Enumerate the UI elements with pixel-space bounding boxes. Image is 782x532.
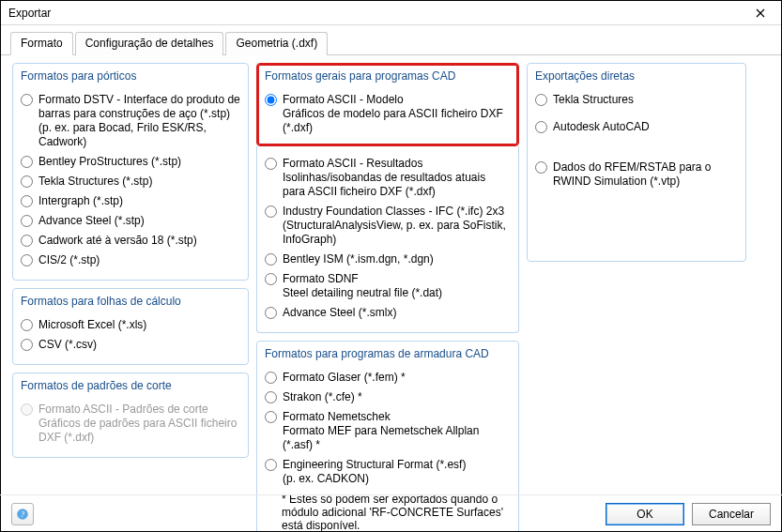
radio[interactable] [265,253,277,266]
tab-bar: Formato Configuração de detalhes Geometr… [1,25,781,55]
radio[interactable] [265,307,277,319]
group-title: Formatos gerais para programas CAD [265,69,511,86]
radio[interactable] [535,94,547,106]
option-esf[interactable]: Engineering Structural Format (*.esf) (p… [265,455,511,489]
cancel-button[interactable]: Cancelar [692,503,771,525]
group-title: Formatos de padrões de corte [21,379,240,396]
option-cis2[interactable]: CIS/2 (*.stp) [21,251,240,270]
title-bar: Exportar [1,1,781,25]
option-dstv[interactable]: Formato DSTV - Interface do produto de b… [21,90,240,152]
group-diretas: Exportações diretas Tekla Structures Aut… [527,63,746,262]
option-csv[interactable]: CSV (*.csv) [21,335,240,355]
option-glaser[interactable]: Formato Glaser (*.fem) * [265,368,511,388]
option-advance-steel-smlx[interactable]: Advance Steel (*.smlx) [265,303,511,323]
radio[interactable] [21,156,33,168]
radio[interactable] [21,339,33,351]
group-porticos: Formatos para pórticos Formato DSTV - In… [12,63,249,281]
radio[interactable] [265,94,277,106]
close-icon [756,8,765,18]
group-cad-gerais-rest: Formato ASCII - Resultados Isolinhas/iso… [256,146,519,333]
group-cad-gerais-highlight: Formatos gerais para programas CAD Forma… [256,63,519,146]
tab-geometria[interactable]: Geometria (.dxf) [225,32,328,55]
radio [21,403,33,416]
window-title: Exportar [8,7,51,20]
tab-config-detalhes[interactable]: Configuração de detalhes [75,32,224,55]
radio[interactable] [21,319,33,331]
radio[interactable] [265,372,277,384]
option-tekla-stp[interactable]: Tekla Structures (*.stp) [21,172,240,191]
option-ascii-modelo[interactable]: Formato ASCII - Modelo Gráficos de model… [265,90,511,138]
close-button[interactable] [745,3,775,23]
option-intergraph[interactable]: Intergraph (*.stp) [21,191,240,211]
radio[interactable] [21,235,33,247]
radio[interactable] [265,391,277,403]
option-ascii-corte: Formato ASCII - Padrões de corte Gráfico… [21,400,240,448]
help-icon: ? [16,508,29,521]
radio[interactable] [21,195,33,207]
radio[interactable] [265,273,277,285]
option-nemetschek[interactable]: Formato Nemetschek Formato MEF para Neme… [265,407,511,455]
option-ascii-resultados[interactable]: Formato ASCII - Resultados Isolinhas/iso… [265,154,511,202]
option-strakon[interactable]: Strakon (*.cfe) * [265,388,511,407]
radio[interactable] [265,459,277,471]
radio[interactable] [535,121,547,133]
option-autocad-direct[interactable]: Autodesk AutoCAD [535,117,738,137]
option-sdnf[interactable]: Formato SDNF Steel detailing neutral fil… [265,269,511,303]
option-advance-steel-stp[interactable]: Advance Steel (*.stp) [21,211,240,231]
radio[interactable] [265,158,277,170]
radio[interactable] [265,411,277,423]
tab-formato[interactable]: Formato [10,32,73,55]
radio[interactable] [535,161,547,174]
option-excel[interactable]: Microsoft Excel (*.xls) [21,315,240,335]
option-bentley-prostructures[interactable]: Bentley ProStructures (*.stp) [21,152,240,172]
radio[interactable] [21,94,33,106]
group-corte: Formatos de padrões de corte Formato ASC… [12,372,249,458]
ok-button[interactable]: OK [606,503,684,525]
option-tekla-direct[interactable]: Tekla Structures [535,90,738,110]
help-button[interactable]: ? [11,503,34,525]
group-title: Formatos para programas de armadura CAD [265,347,511,364]
radio[interactable] [21,254,33,266]
option-rwind[interactable]: Dados do RFEM/RSTAB para o RWIND Simulat… [535,158,738,191]
radio[interactable] [21,215,33,227]
radio[interactable] [265,205,277,218]
option-bentley-ism[interactable]: Bentley ISM (*.ism.dgn, *.dgn) [265,250,511,269]
radio[interactable] [21,175,33,188]
group-calculo: Formatos para folhas de cálculo Microsof… [12,288,249,365]
dialog-footer: ? OK Cancelar [0,494,782,532]
content-area: Formatos para pórticos Formato DSTV - In… [1,55,781,532]
option-ifc[interactable]: Industry Foundation Classes - IFC (*.ifc… [265,202,511,250]
group-title: Formatos para folhas de cálculo [21,295,240,312]
group-title: Formatos para pórticos [21,69,240,86]
option-cadwork[interactable]: Cadwork até à versão 18 (*.stp) [21,231,240,251]
group-title: Exportações diretas [535,69,738,86]
